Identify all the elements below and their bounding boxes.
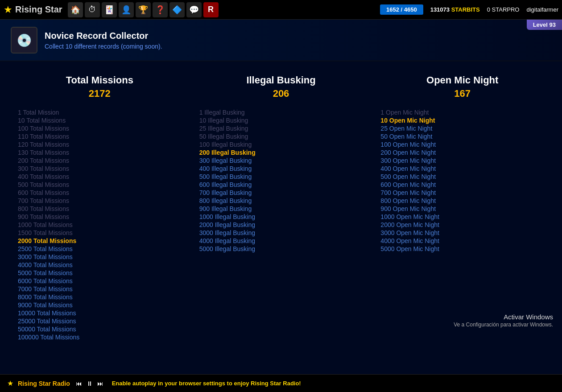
list-item[interactable]: 1000 Illegal Busking <box>199 213 363 221</box>
list-item[interactable]: 500 Open Mic Night <box>380 173 544 181</box>
cards-nav-icon[interactable]: 🃏 <box>102 2 117 17</box>
list-item[interactable]: 300 Illegal Busking <box>199 157 363 165</box>
radio-star-icon: ★ <box>7 379 13 388</box>
list-item[interactable]: 110 Total Missions <box>18 132 182 140</box>
list-item[interactable]: 1000 Total Missions <box>18 221 182 229</box>
list-item[interactable]: 200 Total Missions <box>18 157 182 165</box>
list-item[interactable]: 300 Total Missions <box>18 165 182 173</box>
list-item[interactable]: 5000 Total Missions <box>18 269 182 277</box>
windows-activate-main: Activar Windows <box>454 313 553 321</box>
list-item[interactable]: 25000 Total Missions <box>18 317 182 325</box>
open-mic-count: 167 <box>380 88 544 99</box>
list-item[interactable]: 4000 Open Mic Night <box>380 237 544 245</box>
total-missions-list: 1 Total Mission10 Total Missions100 Tota… <box>18 108 182 341</box>
list-item[interactable]: 9000 Total Missions <box>18 301 182 309</box>
list-item[interactable]: 2000 Total Missions <box>18 237 182 245</box>
list-item[interactable]: 500 Illegal Busking <box>199 173 363 181</box>
trophy-nav-icon[interactable]: 🏆 <box>136 2 151 17</box>
radio-prev-button[interactable]: ⏮ <box>74 380 83 387</box>
illegal-busking-list: 1 Illegal Busking10 Illegal Busking25 Il… <box>199 108 363 253</box>
list-item[interactable]: 50 Illegal Busking <box>199 132 363 140</box>
list-item[interactable]: 800 Illegal Busking <box>199 197 363 205</box>
list-item[interactable]: 400 Illegal Busking <box>199 165 363 173</box>
discord-nav-icon[interactable]: 💬 <box>186 2 202 17</box>
list-item[interactable]: 900 Open Mic Night <box>380 205 544 213</box>
list-item[interactable]: 120 Total Missions <box>18 140 182 149</box>
list-item[interactable]: 2000 Open Mic Night <box>380 221 544 229</box>
list-item[interactable]: 1 Illegal Busking <box>199 108 363 116</box>
list-item[interactable]: 5000 Illegal Busking <box>199 245 363 253</box>
logo-text: Rising Star <box>15 4 62 15</box>
list-item[interactable]: 600 Open Mic Night <box>380 181 544 189</box>
list-item[interactable]: 5000 Open Mic Night <box>380 245 544 253</box>
radio-label: Rising Star Radio <box>18 380 70 387</box>
list-item[interactable]: 900 Total Missions <box>18 213 182 221</box>
list-item[interactable]: 130 Total Missions <box>18 149 182 157</box>
list-item[interactable]: 800 Total Missions <box>18 205 182 213</box>
list-item[interactable]: 3000 Open Mic Night <box>380 229 544 237</box>
total-missions-column: Total Missions 2172 1 Total Mission10 To… <box>18 74 182 341</box>
list-item[interactable]: 8000 Total Missions <box>18 293 182 301</box>
list-item[interactable]: 700 Total Missions <box>18 197 182 205</box>
r-nav-icon[interactable]: R <box>203 2 219 17</box>
list-item[interactable]: 200 Illegal Busking <box>199 149 363 157</box>
radio-pause-button[interactable]: ⏸ <box>85 380 94 387</box>
list-item[interactable]: 10 Total Missions <box>18 116 182 124</box>
achievement-icon: 💿 <box>11 27 37 54</box>
achievement-description: Collect 10 different records (coming soo… <box>45 43 162 50</box>
list-item[interactable]: 10 Open Mic Night <box>380 116 544 124</box>
list-item[interactable]: 25 Open Mic Night <box>380 124 544 132</box>
list-item[interactable]: 3000 Illegal Busking <box>199 229 363 237</box>
list-item[interactable]: 3000 Total Missions <box>18 253 182 261</box>
help-nav-icon[interactable]: ❓ <box>153 2 168 17</box>
list-item[interactable]: 100 Open Mic Night <box>380 140 544 149</box>
list-item[interactable]: 50 Open Mic Night <box>380 132 544 140</box>
total-missions-title: Total Missions <box>18 74 182 86</box>
top-nav: ★ Rising Star 🏠 ⏱ 🃏 👤 🏆 ❓ 🔷 💬 R 1652 / 4… <box>0 0 562 20</box>
list-item[interactable]: 25 Illegal Busking <box>199 124 363 132</box>
list-item[interactable]: 200 Open Mic Night <box>380 149 544 157</box>
list-item[interactable]: 4000 Total Missions <box>18 261 182 269</box>
level-badge: Level 93 <box>527 20 562 30</box>
list-item[interactable]: 1500 Total Missions <box>18 229 182 237</box>
windows-activate-notice: Activar Windows Ve a Configuración para … <box>454 313 553 328</box>
list-item[interactable]: 800 Open Mic Night <box>380 197 544 205</box>
bottom-bar: ★ Rising Star Radio ⏮ ⏸ ⏭ Enable autopla… <box>0 374 562 392</box>
list-item[interactable]: 1000 Open Mic Night <box>380 213 544 221</box>
list-item[interactable]: 400 Open Mic Night <box>380 165 544 173</box>
list-item[interactable]: 1 Open Mic Night <box>380 108 544 116</box>
list-item[interactable]: 400 Total Missions <box>18 173 182 181</box>
list-item[interactable]: 10000 Total Missions <box>18 309 182 317</box>
list-item[interactable]: 900 Illegal Busking <box>199 205 363 213</box>
list-item[interactable]: 600 Illegal Busking <box>199 181 363 189</box>
radio-message: Enable autoplay in your browser settings… <box>112 380 301 387</box>
list-item[interactable]: 2000 Illegal Busking <box>199 221 363 229</box>
home-nav-icon[interactable]: 🏠 <box>68 2 83 17</box>
logo-star-icon: ★ <box>4 4 12 16</box>
hive-nav-icon[interactable]: 🔷 <box>169 2 185 17</box>
list-item[interactable]: 100 Illegal Busking <box>199 140 363 149</box>
radio-next-button[interactable]: ⏭ <box>96 380 105 387</box>
list-item[interactable]: 700 Open Mic Night <box>380 189 544 197</box>
list-item[interactable]: 2500 Total Missions <box>18 245 182 253</box>
list-item[interactable]: 6000 Total Missions <box>18 277 182 285</box>
list-item[interactable]: 100000 Total Missions <box>18 333 182 341</box>
exp-bar: 1652 / 4650 <box>380 4 423 15</box>
total-missions-count: 2172 <box>18 88 182 99</box>
list-item[interactable]: 500 Total Missions <box>18 181 182 189</box>
list-item[interactable]: 100 Total Missions <box>18 124 182 132</box>
list-item[interactable]: 700 Illegal Busking <box>199 189 363 197</box>
list-item[interactable]: 300 Open Mic Night <box>380 157 544 165</box>
people-nav-icon[interactable]: 👤 <box>119 2 134 17</box>
missions-nav-icon[interactable]: ⏱ <box>85 2 100 17</box>
achievement-title: Novice Record Collector <box>45 31 162 41</box>
list-item[interactable]: 4000 Illegal Busking <box>199 237 363 245</box>
list-item[interactable]: 10 Illegal Busking <box>199 116 363 124</box>
list-item[interactable]: 600 Total Missions <box>18 189 182 197</box>
list-item[interactable]: 50000 Total Missions <box>18 325 182 333</box>
list-item[interactable]: 1 Total Mission <box>18 108 182 116</box>
radio-controls: ⏮ ⏸ ⏭ <box>74 380 105 387</box>
main-content: Total Missions 2172 1 Total Mission10 To… <box>0 61 562 355</box>
windows-activate-sub: Ve a Configuración para activar Windows. <box>454 322 553 328</box>
list-item[interactable]: 7000 Total Missions <box>18 285 182 293</box>
